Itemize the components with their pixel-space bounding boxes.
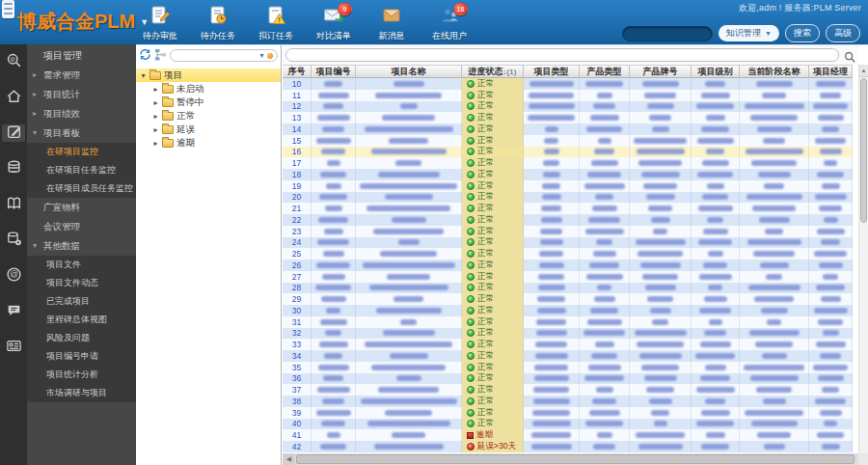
sidebar-item[interactable]: 已完成项目 <box>27 292 136 311</box>
rail-idcard-button[interactable] <box>2 339 25 356</box>
table-row[interactable]: 16正常 <box>283 147 853 158</box>
column-header[interactable]: 进度状态↓(1) <box>462 65 524 78</box>
sidebar-item[interactable]: ▸项目统计 <box>27 85 136 104</box>
column-header[interactable]: 项目类型 <box>524 65 580 78</box>
sidebar-item[interactable]: 在研项目成员任务监控 <box>27 179 136 198</box>
search-button[interactable]: 搜索 <box>785 24 820 42</box>
column-header[interactable]: 序号 <box>283 65 312 78</box>
table-row[interactable]: 19正常 <box>283 180 853 192</box>
table-row[interactable]: 10正常 <box>283 78 853 90</box>
locate-down-icon[interactable]: ▼ <box>258 52 265 59</box>
expand-icon[interactable]: ▾ <box>140 71 147 80</box>
tree-filter-input[interactable]: ▼ <box>170 49 278 62</box>
rail-chat-button[interactable] <box>2 303 25 320</box>
tree-node-root[interactable]: ▾ 项目 <box>136 68 281 82</box>
table-row[interactable]: 35正常 <box>283 362 853 373</box>
sidebar-item[interactable]: 项目编号申请 <box>27 347 136 366</box>
horizontal-scroll-thumb[interactable] <box>296 454 854 464</box>
rail-search-button[interactable]: @ <box>2 53 25 70</box>
global-search-input[interactable] <box>622 26 713 41</box>
rail-at-button[interactable]: @ <box>2 267 25 285</box>
table-row[interactable]: 14正常 <box>283 123 853 135</box>
table-row[interactable]: 24正常 <box>283 237 853 249</box>
search-category-dropdown[interactable]: 知识管理 ▼ <box>719 25 779 41</box>
sidebar-item[interactable]: ▸需求管理 <box>27 66 136 85</box>
toolbar-mail-compare-button[interactable]: 9对比清单 <box>312 6 356 42</box>
table-row[interactable]: 38正常 <box>283 396 853 407</box>
tree-node[interactable]: ▸暂停中 <box>136 96 281 109</box>
table-row[interactable]: 41逾期 <box>283 429 853 441</box>
table-row[interactable]: 32正常 <box>283 328 853 340</box>
tree-node[interactable]: ▸正常 <box>136 109 281 123</box>
horizontal-scrollbar[interactable]: ◀ <box>283 453 858 465</box>
column-header[interactable]: 当前阶段名称 <box>740 65 809 78</box>
table-row[interactable]: 15正常 <box>283 135 853 147</box>
sidebar-item[interactable]: ▸项目绩效 <box>27 104 136 123</box>
toolbar-mail-button[interactable]: 新消息 <box>369 6 414 42</box>
table-row[interactable]: 22正常 <box>283 214 853 226</box>
table-row[interactable]: 23正常 <box>283 226 853 237</box>
table-row[interactable]: 30正常 <box>283 305 853 316</box>
sidebar-item[interactable]: ▾其他数据 <box>27 236 136 256</box>
tree-node[interactable]: ▸延误 <box>136 123 281 136</box>
toolbar-doc-warning-button[interactable]: !拟订任务 <box>254 6 298 42</box>
table-row[interactable]: 40正常 <box>283 419 853 430</box>
table-row[interactable]: 26正常 <box>283 260 853 271</box>
app-menu-icon[interactable] <box>2 0 14 18</box>
table-row[interactable]: 37正常 <box>283 384 853 396</box>
refresh-icon[interactable] <box>139 47 151 65</box>
table-row[interactable]: 42延误>30天 <box>283 441 853 452</box>
column-header[interactable]: 项目编号 <box>312 65 356 78</box>
table-row[interactable]: 36正常 <box>283 373 853 385</box>
sidebar-item[interactable]: 市场调研与项目 <box>27 384 136 402</box>
sidebar-item[interactable]: 在研项目监控 <box>27 143 136 161</box>
tree-node[interactable]: ▸未启动 <box>136 82 281 96</box>
rail-home-button[interactable] <box>2 89 25 106</box>
table-filter-input[interactable] <box>285 48 839 62</box>
sidebar-item[interactable]: ▾项目看板 <box>27 123 136 143</box>
locate-dot-icon[interactable] <box>267 53 273 59</box>
sidebar-item[interactable]: 项目统计分析 <box>27 366 136 384</box>
rail-database-settings-button[interactable] <box>2 232 25 249</box>
toolbar-online-users-button[interactable]: 18在线用户 <box>427 6 472 42</box>
rail-database-button[interactable] <box>2 160 25 178</box>
table-row[interactable]: 28正常 <box>283 283 853 294</box>
column-header[interactable]: 产品类型 <box>580 65 630 78</box>
rail-book-button[interactable] <box>2 196 25 213</box>
logo[interactable]: 博威合金PLM▼ <box>17 9 149 35</box>
sidebar-item[interactable]: 广宣物料 <box>27 198 136 217</box>
toolbar-doc-pencil-button[interactable]: 待办审批 <box>138 6 182 42</box>
table-row[interactable]: 39正常 <box>283 407 853 419</box>
vertical-scroll-thumb[interactable] <box>860 78 867 223</box>
scroll-left-icon[interactable]: ◀ <box>283 453 295 465</box>
table-row[interactable]: 20正常 <box>283 192 853 204</box>
table-row[interactable]: 17正常 <box>283 157 853 169</box>
table-row[interactable]: 11正常 <box>283 90 853 101</box>
table-row[interactable]: 34正常 <box>283 350 853 362</box>
sidebar-item[interactable]: 在研项目任务监控 <box>27 161 136 179</box>
column-header[interactable]: 产品牌号 <box>630 65 692 78</box>
column-header[interactable]: 项目经理 <box>809 65 853 78</box>
scroll-up-icon[interactable]: ▲ <box>859 65 868 77</box>
advanced-search-button[interactable]: 高级 <box>826 24 860 42</box>
sidebar-item[interactable]: 里程碑总体视图 <box>27 311 136 329</box>
sidebar-item[interactable]: 项目文件动态 <box>27 274 136 292</box>
sidebar-item[interactable]: 项目文件 <box>27 256 136 274</box>
toolbar-doc-clock-button[interactable]: 待办任务 <box>196 6 240 42</box>
table-row[interactable]: 31正常 <box>283 316 853 328</box>
table-row[interactable]: 21正常 <box>283 203 853 214</box>
table-row[interactable]: 33正常 <box>283 339 853 350</box>
rail-edit-button[interactable] <box>2 124 25 142</box>
sidebar-item[interactable]: 会议管理 <box>27 217 136 236</box>
tree-view-icon[interactable] <box>154 47 167 65</box>
table-row[interactable]: 18正常 <box>283 169 853 180</box>
table-row[interactable]: 27正常 <box>283 271 853 283</box>
column-header[interactable]: 项目名称 <box>356 65 462 78</box>
table-row[interactable]: 13正常 <box>283 112 853 123</box>
column-header[interactable]: 项目级别 <box>692 65 740 78</box>
sidebar-item[interactable]: 风险及问题 <box>27 329 136 347</box>
tree-node[interactable]: ▸逾期 <box>136 136 281 150</box>
table-row[interactable]: 29正常 <box>283 293 853 305</box>
vertical-scrollbar[interactable]: ▲ <box>858 65 868 453</box>
table-row[interactable]: 12正常 <box>283 101 853 113</box>
